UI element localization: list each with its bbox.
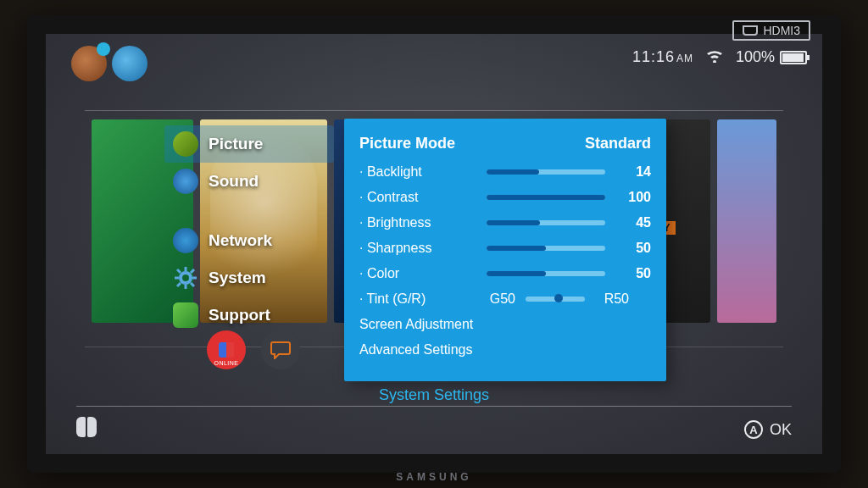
svg-line-8	[191, 269, 194, 273]
slider-row-contrast[interactable]: Contrast 100	[359, 185, 651, 210]
battery-indicator: 100%	[736, 48, 807, 66]
home-topbar: 11:16AM 100%	[46, 46, 822, 86]
svg-line-6	[191, 283, 194, 286]
svg-point-0	[181, 273, 191, 283]
link-screen-adjustment[interactable]: Screen Adjustment	[359, 312, 651, 337]
chat-icon	[270, 341, 291, 359]
sidebar-item-support[interactable]: Support	[164, 297, 334, 334]
sidebar-item-network[interactable]: Network	[164, 222, 334, 259]
sidebar-item-sound[interactable]: Sound	[164, 163, 334, 200]
tv-brand-label: SAMSUNG	[396, 471, 471, 483]
clock: 11:16AM	[632, 48, 693, 66]
ok-label: OK	[770, 421, 792, 439]
network-icon	[173, 228, 198, 253]
slider-backlight[interactable]	[487, 169, 605, 175]
user-avatar-1[interactable]	[71, 46, 107, 81]
picture-settings-panel: Picture Mode Standard Backlight 14 Contr…	[344, 119, 666, 381]
slider-brightness[interactable]	[487, 220, 605, 225]
picture-mode-label: Picture Mode	[359, 135, 455, 152]
sound-icon	[173, 169, 198, 194]
slider-row-tint[interactable]: Tint (G/R) G50 R50	[359, 286, 651, 312]
tv-menu-sidebar: Picture Sound Network System Support	[164, 125, 334, 334]
slider-row-brightness[interactable]: Brightness 45	[359, 210, 651, 236]
sidebar-item-label: System	[209, 269, 266, 287]
game-tile[interactable]	[717, 119, 776, 323]
sidebar-item-label: Support	[209, 306, 270, 324]
hint-ok: A OK	[744, 420, 792, 439]
sidebar-item-system[interactable]: System	[164, 259, 334, 297]
user-avatar-2[interactable]	[112, 46, 147, 81]
tv-input-badge: HDMI3	[732, 20, 810, 41]
picture-mode-value: Standard	[585, 135, 651, 152]
svg-line-5	[177, 269, 181, 273]
slider-row-backlight[interactable]: Backlight 14	[359, 159, 651, 185]
battery-percent: 100%	[736, 48, 775, 66]
a-button-icon: A	[744, 420, 763, 439]
picture-icon	[173, 131, 198, 157]
slider-tint[interactable]	[526, 297, 585, 302]
sidebar-item-label: Sound	[209, 172, 259, 191]
svg-line-7	[177, 283, 181, 286]
notification-badge-icon	[97, 42, 110, 56]
dock-online-button[interactable]: ONLINE	[207, 330, 246, 369]
controller-icon	[76, 417, 97, 437]
slider-color[interactable]	[487, 271, 605, 276]
sidebar-item-label: Network	[209, 231, 272, 250]
gear-icon	[173, 265, 198, 291]
slider-sharpness[interactable]	[487, 246, 605, 251]
sidebar-item-label: Picture	[209, 135, 263, 153]
sidebar-item-picture[interactable]: Picture	[164, 125, 334, 163]
slider-contrast[interactable]	[487, 195, 605, 200]
battery-icon	[780, 51, 807, 64]
wifi-icon	[705, 47, 724, 67]
tv-input-label: HDMI3	[763, 24, 800, 37]
divider	[76, 406, 792, 407]
slider-row-color[interactable]: Color 50	[359, 261, 651, 286]
focused-tile-caption: System Settings	[46, 386, 822, 404]
slider-row-sharpness[interactable]: Sharpness 50	[359, 236, 651, 261]
link-advanced-settings[interactable]: Advanced Settings	[359, 337, 651, 363]
picture-mode-row[interactable]: Picture Mode Standard	[359, 130, 651, 156]
hdmi-plug-icon	[743, 25, 758, 36]
support-icon	[173, 302, 198, 328]
dock-news-button[interactable]	[261, 330, 300, 369]
